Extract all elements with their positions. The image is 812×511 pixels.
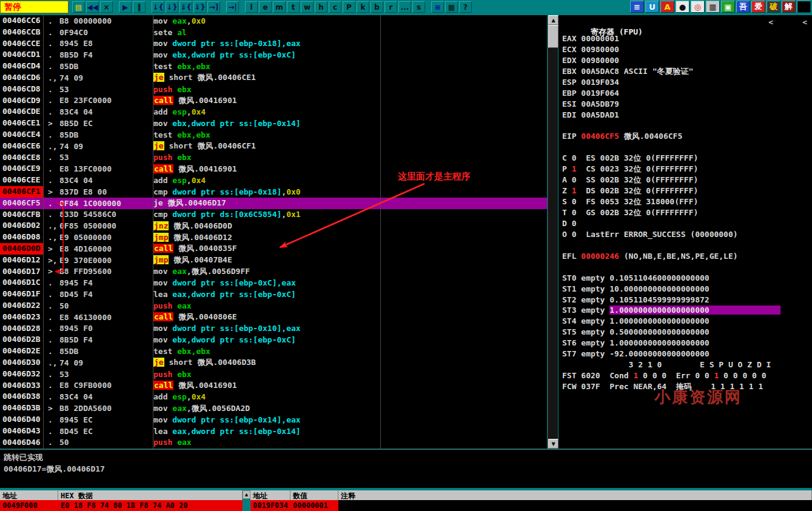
disasm-row-00406CD8[interactable]: 00406CD8.53push ebx (0, 84, 547, 95)
stack-panel[interactable]: 地址 数值 注释 0019F034 00000001 (250, 490, 812, 511)
disasm-row-00406CD9[interactable]: 00406CD9.E8 23FC0000call 微风.00416901 (0, 95, 547, 107)
view-executables-button[interactable]: e (259, 1, 272, 13)
animate-over-icon[interactable]: ⇓} (193, 1, 206, 13)
restart-icon[interactable]: ◀◀ (86, 1, 99, 13)
stack-row[interactable]: 0019F034 00000001 (250, 500, 812, 511)
disasm-row-00406D17[interactable]: 00406D17>B8 FFD95600mov eax,微风.0056D9FF (0, 266, 547, 278)
disasm-row-00406D32[interactable]: 00406D32.53push ebx (0, 369, 547, 380)
plugin-u-icon[interactable]: U (645, 1, 659, 13)
column-separator (153, 15, 153, 449)
disasm-row-00406CE4[interactable]: 00406CE4.85DBtest ebx,ebx (0, 129, 547, 141)
disasm-row-00406D08[interactable]: 00406D08.,E9 05000000jmp 微风.00406D12 (0, 232, 547, 243)
disasm-row-00406D1F[interactable]: 00406D1F.8D45 F4lea eax,dword ptr ss:[eb… (0, 289, 547, 300)
disasm-scrollbar[interactable]: ▲ ▼ (548, 15, 558, 449)
disasm-row-00406D28[interactable]: 00406D28.8945 F0mov dword ptr ss:[ebp-0x… (0, 323, 547, 335)
disasm-row-00406CD1[interactable]: 00406CD1.8B5D F4mov ebx,dword ptr ss:[eb… (0, 49, 547, 61)
view-run-trace-button[interactable]: ... (398, 1, 411, 13)
view-patches-button[interactable]: P (343, 1, 355, 13)
disasm-marker: . (44, 62, 59, 71)
disasm-row-00406CD6[interactable]: 00406CD6.,74 09je short 微风.00406CE1 (0, 72, 547, 84)
help-icon[interactable]: ? (459, 1, 472, 13)
disassembly-panel[interactable]: 00406CC6.B8 00000000mov eax,0x000406CCB.… (0, 15, 547, 449)
52pojie-wu-icon[interactable]: 吾 (736, 1, 750, 13)
disasm-row-00406D38[interactable]: 00406D38.83C4 04add esp,0x4 (0, 391, 547, 402)
pause-icon[interactable]: ‖ (133, 1, 146, 13)
view-source-button[interactable]: s (412, 1, 425, 13)
plugin-a-icon[interactable]: A (660, 1, 674, 13)
disasm-row-00406CD4[interactable]: 00406CD4.85DBtest ebx,ebx (0, 61, 547, 72)
disasm-row-00406CCB[interactable]: 00406CCB.0F94C0sete al (0, 27, 547, 38)
view-windows-button[interactable]: w (301, 1, 314, 13)
panel-collapse-icon[interactable]: < (768, 18, 773, 27)
open-file-icon[interactable]: ▤ (72, 1, 85, 13)
step-over-icon[interactable]: ↓} (166, 1, 178, 13)
disasm-row-00406D23[interactable]: 00406D23.E8 46130000call 微风.0040806E (0, 312, 547, 323)
disasm-row-00406CE6[interactable]: 00406CE6.,74 09je short 微风.00406CF1 (0, 141, 547, 152)
animate-into-icon[interactable]: ⇓{ (180, 1, 192, 13)
instruction-token: sete (153, 28, 177, 37)
disasm-row-00406D43[interactable]: 00406D43.8D45 EClea eax,dword ptr ss:[eb… (0, 426, 547, 437)
disasm-row-00406D30[interactable]: 00406D30.,74 09je short 微风.00406D3B (0, 357, 547, 369)
disasm-row-00406CDE[interactable]: 00406CDE.83C4 04add esp,0x4 (0, 106, 547, 118)
view-references-button[interactable]: r (384, 1, 397, 13)
windows-icon[interactable]: ▦ (445, 1, 458, 13)
instruction-token: test (153, 62, 177, 71)
disasm-bytes: E8 4D160000 (59, 244, 153, 253)
memory-dump-panel[interactable]: 地址 HEX 数据 0049F000 E0 18 F8 74 80 1B F8 … (0, 490, 243, 511)
panel-collapse-icon[interactable]: < (802, 18, 807, 27)
disasm-row-00406CE1[interactable]: 00406CE1>8B5D ECmov ebx,dword ptr ss:[eb… (0, 118, 547, 129)
scroll-thumb[interactable] (548, 25, 559, 48)
disasm-row-00406D2B[interactable]: 00406D2B.8B5D F4mov ebx,dword ptr ss:[eb… (0, 334, 547, 346)
disasm-row-00406D40[interactable]: 00406D40.8945 ECmov dword ptr ss:[ebp-0x… (0, 414, 547, 426)
disasm-instruction: jmp 微风.00406D12 (153, 232, 547, 243)
disasm-row-00406CF1[interactable]: 00406CF1>837D E8 00cmp dword ptr ss:[ebp… (0, 186, 547, 198)
52pojie-jie-icon[interactable]: 解 (782, 1, 796, 13)
disasm-row-00406D3B[interactable]: 00406D3B>B8 2DDA5600mov eax,微风.0056DA2D (0, 402, 547, 414)
plugin-grid-icon[interactable]: ▦ (706, 1, 720, 13)
disasm-row-00406D0D[interactable]: 00406D0D>E8 4D160000call 微风.0040835F (0, 243, 547, 255)
disasm-row-00406D12[interactable]: 00406D12>,E9 370E0000jmp 微风.00407B4E (0, 255, 547, 266)
close-program-icon[interactable]: × (100, 1, 113, 13)
disasm-row-00406D1C[interactable]: 00406D1C.8945 F4mov dword ptr ss:[ebp-0x… (0, 277, 547, 289)
disasm-row-00406D46[interactable]: 00406D46.50push eax (0, 437, 547, 449)
view-memory-button[interactable]: m (273, 1, 286, 13)
dump-row[interactable]: 0049F000 E0 18 F8 74 80 1B F8 74 A0 20 (0, 500, 243, 511)
register-token: EDI 00A5DAD1 (562, 110, 619, 119)
registers-panel[interactable]: 寄存器 (FPU) < < EAX 00000001ECX 00980000ED… (559, 15, 812, 449)
disasm-row-00406CE8[interactable]: 00406CE8.53push ebx (0, 152, 547, 164)
52pojie-ai-icon[interactable]: 爱 (751, 1, 765, 13)
disasm-row-00406CF5[interactable]: 00406CF5.0F84 1C000000je 微风.00406D17 (0, 198, 547, 209)
disasm-row-00406D22[interactable]: 00406D22.50push eax (0, 300, 547, 312)
step-into-icon[interactable]: ↓{ (152, 1, 164, 13)
run-icon[interactable]: ▶ (119, 1, 132, 13)
view-breakpoints-button[interactable]: b (371, 1, 383, 13)
register-token: A 0 SS 002B 32位 0(FFFFFFFF) (562, 175, 698, 184)
plugin-green-icon[interactable]: ▣ (721, 1, 735, 13)
instruction-token (173, 96, 178, 105)
disasm-row-00406CFB[interactable]: 00406CFB.833D 54586C0cmp dword ptr ds:[0… (0, 209, 547, 221)
disasm-row-00406D2E[interactable]: 00406D2E.85DBtest ebx,ebx (0, 346, 547, 357)
52pojie-po-icon[interactable]: 破 (767, 1, 780, 13)
execute-till-user-icon[interactable]: →| (226, 1, 239, 13)
dump-scroll-up-button[interactable]: ▲ (243, 490, 250, 499)
scroll-down-button[interactable]: ▼ (548, 439, 559, 449)
disasm-row-00406D02[interactable]: 00406D02.,0F85 0500000jnz 微风.00406D0D (0, 220, 547, 232)
disasm-row-00406CC6[interactable]: 00406CC6.B8 00000000mov eax,0x0 (0, 15, 547, 27)
black-square-icon[interactable] (797, 1, 811, 13)
plugin-blue-icon[interactable]: ≡ (630, 1, 644, 13)
view-cpu-button[interactable]: c (329, 1, 341, 13)
disasm-address: 00406D02 (0, 220, 44, 232)
scroll-up-button[interactable]: ▲ (548, 15, 559, 25)
plugin-dot-icon[interactable]: ● (676, 1, 690, 13)
disasm-row-00406CCE[interactable]: 00406CCE.8945 E8mov dword ptr ss:[ebp-0x… (0, 38, 547, 50)
view-handles-button[interactable]: h (315, 1, 327, 13)
plugin-target-icon[interactable]: ◎ (691, 1, 705, 13)
instruction-token: je 微风.00406D17 (153, 198, 226, 207)
view-log-button[interactable]: l (245, 1, 258, 13)
instruction-token: mov (153, 16, 172, 25)
disasm-row-00406D33[interactable]: 00406D33.E8 C9FB0000call 微风.00416901 (0, 380, 547, 392)
execute-till-return-icon[interactable]: →] (207, 1, 220, 13)
view-call-stack-button[interactable]: k (357, 1, 369, 13)
options-icon[interactable]: ≡ (431, 1, 444, 13)
view-threads-button[interactable]: t (287, 1, 300, 13)
